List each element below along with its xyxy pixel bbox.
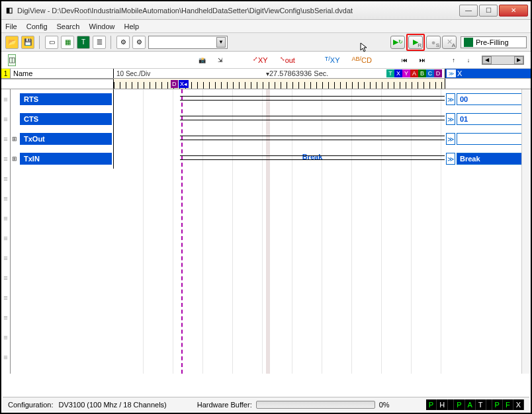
marker-d[interactable]: D — [434, 69, 442, 77]
save-button[interactable]: 💾 — [21, 36, 34, 49]
stop-button[interactable]: ●S — [426, 36, 441, 49]
empty-row-handle[interactable]: ≡ — [1, 248, 10, 268]
buffer-label: Hardware Buffer: — [197, 401, 252, 409]
signal-wave[interactable] — [114, 129, 445, 149]
waveform-tool-icon[interactable]: ◫ — [8, 54, 16, 66]
empty-row-handle[interactable]: ≡ — [1, 188, 10, 208]
signal-name[interactable]: TxOut — [20, 133, 112, 145]
marker-b[interactable]: B — [418, 69, 426, 77]
config-value: DV3100 (100 Mhz / 18 Channels) — [59, 401, 167, 409]
abort-button[interactable]: ✕A — [442, 36, 457, 49]
empty-row-handle[interactable]: ≡ — [1, 149, 10, 169]
tool-export-icon[interactable]: ⇲ — [218, 57, 223, 63]
h-scrollbar-top[interactable]: ◀▶ — [482, 56, 524, 65]
waveform-area[interactable]: ≡RTS≫00≡CTS≫01≡⊞TxOut≫≡⊞TxINBreak≫Break … — [1, 89, 531, 374]
name-header: Name — [11, 69, 113, 77]
tool-next-icon[interactable]: ⏭ — [420, 57, 425, 63]
marker-t[interactable]: T — [386, 69, 394, 77]
config-label: Configuration: — [8, 401, 54, 409]
run-button[interactable]: ▶R — [408, 36, 423, 49]
tool-zoom-out-icon[interactable]: ⤡out — [280, 56, 295, 64]
marker-d-flag[interactable]: D — [171, 80, 178, 88]
open-button[interactable]: 📂 — [5, 36, 19, 49]
channels-button[interactable]: ▦ — [61, 36, 74, 49]
empty-row-handle[interactable]: ≡ — [1, 109, 10, 129]
status-led-icon — [464, 38, 473, 47]
tool-snapshot-icon[interactable]: 📸 — [199, 57, 206, 63]
flag-A: A — [465, 399, 476, 410]
close-button[interactable]: ✕ — [499, 5, 528, 17]
empty-row-handle[interactable]: ≡ — [1, 308, 10, 327]
signal-name[interactable]: RTS — [20, 93, 112, 105]
flag-H: H — [437, 399, 448, 410]
tool-zoom-xy-icon[interactable]: ⤢XY — [253, 56, 268, 64]
scroll-right-icon[interactable]: ▶ — [514, 56, 523, 64]
status-flags: PH PAT PFX — [426, 399, 524, 410]
goto-arrow-icon[interactable]: ≫ — [446, 133, 455, 145]
capture-status: Pre-Filling — [461, 36, 527, 48]
run-loop-button[interactable]: ▶↻ — [390, 36, 405, 49]
tool-down-icon[interactable]: ↓ — [467, 57, 470, 63]
empty-row-handle[interactable]: ≡ — [1, 327, 10, 347]
signal-row-rts: ≡RTS≫00 — [1, 89, 531, 109]
goto-arrow-icon[interactable]: ≫ — [446, 153, 455, 165]
marker-x-flag[interactable]: X◂ — [179, 80, 189, 88]
marker-x[interactable]: X — [394, 69, 402, 77]
tool-prev-icon[interactable]: ⏮ — [402, 57, 408, 63]
flag-P: P — [454, 399, 465, 410]
time-ruler[interactable] — [114, 82, 445, 89]
text-button[interactable]: T — [77, 36, 90, 49]
run-button-highlight: ▶R — [406, 34, 425, 51]
goto-arrow-icon[interactable]: ≫ — [446, 93, 455, 105]
marker-c[interactable]: C — [426, 69, 434, 77]
empty-row-handle[interactable]: ≡ — [1, 129, 10, 149]
stop-sublabel: S — [436, 42, 439, 48]
v-scrollbar[interactable] — [521, 89, 531, 374]
menu-file[interactable]: File — [5, 22, 17, 30]
empty-row-handle[interactable]: ≡ — [1, 268, 10, 288]
tool-goto-t-icon[interactable]: T/XY — [325, 56, 340, 64]
menu-window[interactable]: Window — [89, 22, 114, 30]
list-button[interactable]: ☰ — [93, 36, 106, 49]
empty-row-handle[interactable]: ≡ — [1, 347, 10, 367]
minimize-button[interactable]: — — [459, 5, 478, 17]
trigger2-button[interactable]: ⚙ — [132, 36, 146, 49]
empty-row-handle[interactable]: ≡ — [1, 169, 10, 188]
signal-value: 01 — [457, 113, 529, 125]
signal-row-txout: ≡⊞TxOut≫ — [1, 129, 531, 149]
flag-P: P — [492, 399, 503, 410]
preset-combo[interactable]: ▼ — [148, 36, 228, 49]
signal-wave[interactable]: Break — [114, 149, 445, 169]
trigger1-button[interactable]: ⚙ — [116, 36, 130, 49]
menubar: File Config Search Window Help — [1, 20, 531, 33]
expand-icon[interactable]: ⊞ — [11, 136, 19, 142]
flag-F: F — [503, 399, 513, 410]
signal-name[interactable]: TxIN — [20, 153, 112, 165]
marker-y[interactable]: Y — [402, 69, 410, 77]
signal-name[interactable]: CTS — [20, 113, 112, 125]
view-index: 1 — [1, 69, 11, 78]
goto-arrow-icon[interactable]: ≫ — [446, 113, 455, 125]
signal-wave[interactable] — [114, 109, 445, 129]
empty-row-handle[interactable]: ≡ — [1, 228, 10, 248]
signal-row-cts: ≡CTS≫01 — [1, 109, 531, 129]
marker-a[interactable]: A — [410, 69, 418, 77]
expand-icon[interactable]: ⊞ — [11, 155, 19, 162]
signal-wave[interactable] — [114, 89, 445, 109]
menu-config[interactable]: Config — [26, 22, 48, 30]
maximize-button[interactable]: ☐ — [479, 5, 498, 17]
flag-gap — [486, 399, 492, 410]
menu-help[interactable]: Help — [124, 22, 140, 30]
empty-row-handle[interactable]: ≡ — [1, 288, 10, 308]
tool-goto-ab-icon[interactable]: AB/CD — [352, 56, 372, 64]
signal-value — [457, 133, 529, 145]
flag-T: T — [476, 399, 486, 410]
tool-up-icon[interactable]: ↑ — [452, 57, 455, 63]
rcol-arrow-icon[interactable]: ≫ — [447, 69, 456, 77]
capture-status-label: Pre-Filling — [476, 38, 509, 46]
scroll-left-icon[interactable]: ◀ — [482, 56, 492, 64]
menu-search[interactable]: Search — [57, 22, 80, 30]
window-button[interactable]: ▭ — [45, 36, 58, 49]
empty-row-handle[interactable]: ≡ — [1, 89, 10, 109]
empty-row-handle[interactable]: ≡ — [1, 208, 10, 228]
